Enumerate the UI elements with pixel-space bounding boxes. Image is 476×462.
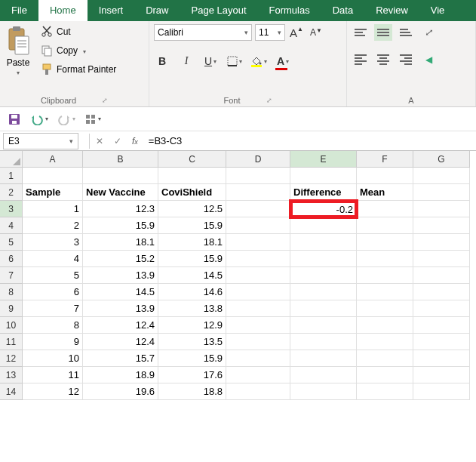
paste-button[interactable]: Paste ▾ — [5, 24, 32, 78]
cell[interactable] — [357, 317, 413, 334]
tab-file[interactable]: File — [0, 0, 38, 21]
cell[interactable] — [226, 350, 290, 367]
cell-sample[interactable]: 7 — [23, 300, 83, 317]
cell[interactable] — [290, 383, 357, 400]
cell[interactable] — [226, 284, 290, 300]
row-header-4[interactable]: 4 — [0, 217, 23, 234]
cell[interactable] — [226, 201, 290, 217]
cell-covishield[interactable]: 15.9 — [158, 350, 226, 367]
row-header-1[interactable]: 1 — [0, 168, 23, 184]
cell[interactable] — [290, 367, 357, 383]
cell-covishield[interactable]: 14.5 — [158, 267, 226, 284]
column-header-G[interactable]: G — [413, 151, 470, 168]
tab-page-layout[interactable]: Page Layout — [180, 0, 258, 21]
cell-sample[interactable]: 5 — [23, 267, 83, 284]
cell[interactable] — [357, 350, 413, 367]
cell[interactable] — [290, 334, 357, 350]
column-header-B[interactable]: B — [83, 151, 158, 168]
row-header-7[interactable]: 7 — [0, 267, 23, 284]
tab-home[interactable]: Home — [38, 0, 88, 21]
align-bottom-button[interactable] — [397, 24, 415, 41]
cell-covishield[interactable]: 12.5 — [158, 201, 226, 217]
select-all-corner[interactable] — [0, 151, 23, 168]
cell[interactable] — [413, 251, 470, 267]
italic-button[interactable]: I — [178, 53, 195, 69]
row-header-12[interactable]: 12 — [0, 350, 23, 367]
column-header-D[interactable]: D — [226, 151, 290, 168]
cell[interactable] — [413, 267, 470, 284]
cell-covishield[interactable]: 15.9 — [158, 251, 226, 267]
cell-new-vaccine[interactable]: 12.4 — [83, 317, 158, 334]
cell-new-vaccine[interactable]: 13.9 — [83, 267, 158, 284]
cell[interactable] — [357, 284, 413, 300]
cell-new-vaccine[interactable]: 18.9 — [83, 367, 158, 383]
tab-draw[interactable]: Draw — [134, 0, 180, 21]
cell[interactable] — [158, 168, 226, 184]
tab-data[interactable]: Data — [321, 0, 364, 21]
cell-new-vaccine[interactable]: 12.4 — [83, 334, 158, 350]
cell-covishield[interactable]: 12.9 — [158, 317, 226, 334]
cell-sample[interactable]: 6 — [23, 284, 83, 300]
cut-button[interactable]: Cut — [38, 24, 119, 39]
cell-covishield[interactable]: 17.6 — [158, 367, 226, 383]
header-mean[interactable]: Mean — [357, 184, 413, 201]
cell[interactable] — [413, 217, 470, 234]
decrease-indent-button[interactable]: ◀ — [419, 51, 438, 68]
cell-sample[interactable]: 1 — [23, 201, 83, 217]
cell-covishield[interactable]: 18.8 — [158, 383, 226, 400]
cell[interactable] — [290, 317, 357, 334]
cell[interactable] — [357, 383, 413, 400]
cell-sample[interactable]: 8 — [23, 317, 83, 334]
cell[interactable] — [357, 201, 413, 217]
cell[interactable] — [290, 168, 357, 184]
format-painter-button[interactable]: Format Painter — [38, 62, 119, 77]
cell[interactable] — [290, 300, 357, 317]
cell[interactable] — [357, 367, 413, 383]
cell-new-vaccine[interactable]: 15.2 — [83, 251, 158, 267]
cell-sample[interactable]: 12 — [23, 383, 83, 400]
align-middle-button[interactable] — [374, 24, 392, 41]
font-name-select[interactable]: Calibri ▾ — [154, 24, 252, 41]
cancel-formula-button[interactable]: ✕ — [96, 136, 103, 146]
undo-button[interactable]: ▾ — [30, 113, 48, 125]
cell[interactable] — [413, 334, 470, 350]
column-header-C[interactable]: C — [158, 151, 226, 168]
row-header-5[interactable]: 5 — [0, 234, 23, 251]
border-button[interactable] — [226, 53, 243, 69]
cell-covishield[interactable]: 14.6 — [158, 284, 226, 300]
header-new-vaccine[interactable]: New Vaccine — [83, 184, 158, 201]
align-right-button[interactable] — [397, 51, 415, 68]
column-header-E[interactable]: E — [290, 151, 357, 168]
tab-review[interactable]: Review — [364, 0, 419, 21]
cell-sample[interactable]: 11 — [23, 367, 83, 383]
row-header-11[interactable]: 11 — [0, 334, 23, 350]
row-header-3[interactable]: 3 — [0, 201, 23, 217]
cell[interactable] — [413, 201, 470, 217]
row-header-9[interactable]: 9 — [0, 300, 23, 317]
cell[interactable] — [226, 234, 290, 251]
cell[interactable] — [357, 217, 413, 234]
cell[interactable] — [290, 350, 357, 367]
cell-sample[interactable]: 2 — [23, 217, 83, 234]
cell[interactable] — [357, 168, 413, 184]
row-header-14[interactable]: 14 — [0, 383, 23, 400]
cell[interactable] — [290, 234, 357, 251]
fx-button[interactable]: fx — [132, 136, 138, 146]
cell[interactable] — [413, 184, 470, 201]
column-header-F[interactable]: F — [357, 151, 413, 168]
cell-covishield[interactable]: 18.1 — [158, 234, 226, 251]
cell[interactable] — [226, 317, 290, 334]
cell-new-vaccine[interactable]: 18.1 — [83, 234, 158, 251]
clipboard-expander-icon[interactable]: ⤢ — [102, 97, 108, 104]
customize-qat-button[interactable]: ▾ — [84, 113, 101, 125]
row-header-2[interactable]: 2 — [0, 184, 23, 201]
cell[interactable] — [226, 267, 290, 284]
align-left-button[interactable] — [352, 51, 370, 68]
enter-formula-button[interactable]: ✓ — [114, 136, 121, 146]
row-header-10[interactable]: 10 — [0, 317, 23, 334]
header-difference[interactable]: Difference — [290, 184, 357, 201]
cell-covishield[interactable]: 15.9 — [158, 217, 226, 234]
align-top-button[interactable] — [352, 24, 370, 41]
copy-button[interactable]: Copy — [38, 43, 119, 58]
cell[interactable] — [357, 234, 413, 251]
